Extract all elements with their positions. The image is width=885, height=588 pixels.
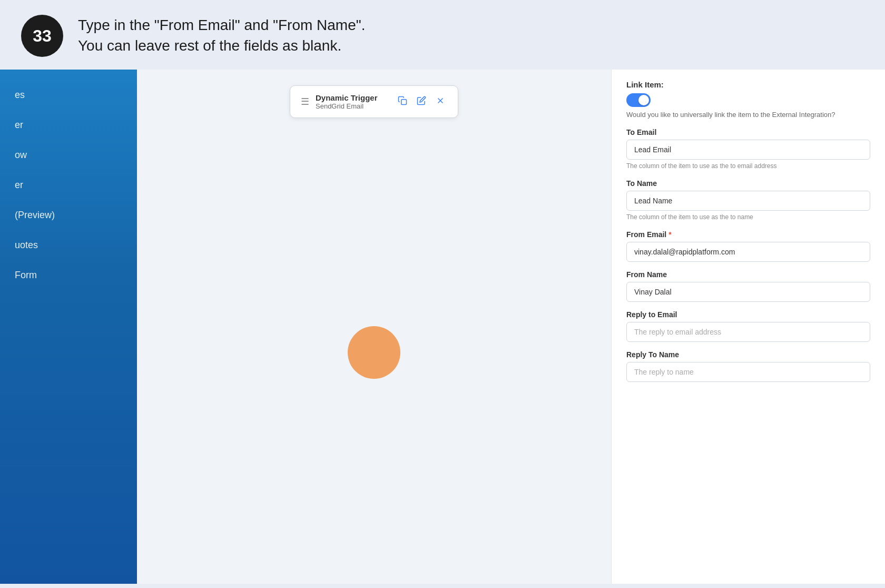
from-email-group: From Email * [626,230,870,262]
from-name-input[interactable] [626,282,870,302]
link-item-label: Link Item: [626,80,870,89]
svg-rect-0 [401,100,407,105]
sidebar-item-quotes[interactable]: uotes [0,230,137,260]
reply-to-name-group: Reply To Name [626,350,870,382]
sidebar-item-form[interactable]: Form [0,260,137,290]
trigger-close-button[interactable] [434,94,447,110]
trigger-menu-icon[interactable]: ☰ [301,96,309,107]
step-badge: 33 [21,15,63,57]
sidebar-item-1[interactable]: er [0,110,137,140]
link-item-description: Would you like to universally link the i… [626,110,870,120]
orange-circle [348,326,400,379]
instruction-bar: 33 Type in the "From Email" and "From Na… [0,0,885,70]
link-item-section: Link Item: Would you like to universally… [626,80,870,120]
trigger-copy-button[interactable] [396,94,409,110]
from-email-label: From Email * [626,230,870,239]
canvas-area: ☰ Dynamic Trigger SendGrid Email [137,70,611,584]
toggle-row [626,93,870,107]
instruction-text: Type in the "From Email" and "From Name"… [78,15,365,56]
to-name-input[interactable] [626,191,870,211]
trigger-subtitle: SendGrid Email [316,102,389,110]
from-name-label: From Name [626,270,870,279]
trigger-node: ☰ Dynamic Trigger SendGrid Email [290,85,458,118]
sidebar-item-preview[interactable]: (Preview) [0,200,137,230]
reply-to-name-label: Reply To Name [626,350,870,359]
sidebar-item-2[interactable]: ow [0,140,137,170]
reply-to-email-input[interactable] [626,322,870,342]
to-email-input[interactable] [626,140,870,160]
trigger-info: Dynamic Trigger SendGrid Email [316,93,389,110]
to-name-hint: The column of the item to use as the to … [626,213,870,222]
to-email-group: To Email The column of the item to use a… [626,128,870,171]
reply-to-name-input[interactable] [626,362,870,382]
link-item-toggle[interactable] [626,93,651,107]
to-name-label: To Name [626,179,870,188]
trigger-title: Dynamic Trigger [316,93,389,102]
reply-to-email-label: Reply to Email [626,310,870,319]
main-content: es er ow er (Preview) uotes Form ☰ Dynam… [0,70,885,584]
to-name-group: To Name The column of the item to use as… [626,179,870,222]
from-name-group: From Name [626,270,870,302]
to-email-hint: The column of the item to use as the to … [626,162,870,171]
to-email-label: To Email [626,128,870,136]
right-panel: Link Item: Would you like to universally… [611,70,885,584]
from-email-input[interactable] [626,242,870,262]
required-star: * [668,230,671,239]
sidebar: es er ow er (Preview) uotes Form [0,70,137,584]
sidebar-item-3[interactable]: er [0,170,137,200]
sidebar-item-0[interactable]: es [0,80,137,110]
reply-to-email-group: Reply to Email [626,310,870,342]
trigger-edit-button[interactable] [415,94,428,110]
trigger-actions [396,94,447,110]
